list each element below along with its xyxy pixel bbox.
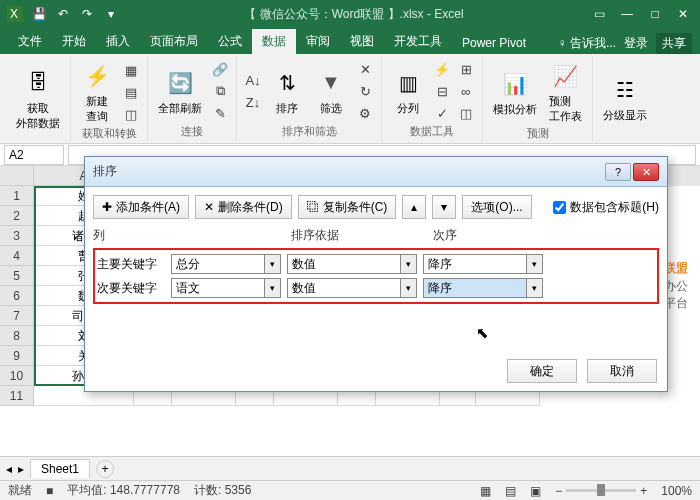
filter-button[interactable]: ▼筛选 — [311, 65, 351, 118]
status-ready: 就绪 — [8, 482, 32, 499]
advanced-filter-icon[interactable]: ⚙ — [355, 103, 375, 123]
mouse-cursor-icon: ⬉ — [476, 324, 489, 342]
row-header[interactable]: 4 — [0, 246, 34, 266]
tab-nav-next-icon[interactable]: ▸ — [18, 462, 24, 476]
show-queries-icon[interactable]: ▦ — [121, 60, 141, 80]
properties-icon[interactable]: ⧉ — [210, 81, 230, 101]
dropdown-arrow-icon: ▾ — [400, 255, 416, 273]
title-bar: X 💾 ↶ ↷ ▾ 【 微信公众号：Word联盟 】.xlsx - Excel … — [0, 0, 700, 28]
tab-layout[interactable]: 页面布局 — [140, 29, 208, 54]
move-up-button[interactable]: ▴ — [402, 195, 426, 219]
delete-level-button[interactable]: ✕删除条件(D) — [195, 195, 292, 219]
dialog-titlebar[interactable]: 排序 ? ✕ — [85, 157, 667, 187]
clear-filter-icon[interactable]: ✕ — [355, 59, 375, 79]
manage-model-icon[interactable]: ◫ — [456, 103, 476, 123]
save-icon[interactable]: 💾 — [28, 3, 50, 25]
share-button[interactable]: 共享 — [656, 33, 692, 54]
refresh-all-button[interactable]: 🔄全部刷新 — [154, 65, 206, 118]
row-header[interactable]: 11 — [0, 386, 34, 406]
text-to-columns-button[interactable]: ▥分列 — [388, 65, 428, 118]
from-table-icon[interactable]: ▤ — [121, 82, 141, 102]
reapply-icon[interactable]: ↻ — [355, 81, 375, 101]
sheet-tab[interactable]: Sheet1 — [30, 459, 90, 478]
has-headers-checkbox[interactable]: 数据包含标题(H) — [553, 199, 659, 216]
row-header[interactable]: 7 — [0, 306, 34, 326]
row-header[interactable]: 5 — [0, 266, 34, 286]
remove-dup-icon[interactable]: ⊟ — [432, 81, 452, 101]
recent-sources-icon[interactable]: ◫ — [121, 104, 141, 124]
row-header[interactable]: 10 — [0, 366, 34, 386]
whatif-button[interactable]: 📊模拟分析 — [489, 66, 541, 119]
status-record[interactable]: ■ — [46, 484, 53, 498]
status-average: 平均值: 148.7777778 — [67, 482, 180, 499]
primary-column-combo[interactable]: 总分▾ — [171, 254, 281, 274]
tab-file[interactable]: 文件 — [8, 29, 52, 54]
secondary-order-combo[interactable]: 降序▾ — [423, 278, 543, 298]
zoom-in-icon[interactable]: + — [640, 484, 647, 498]
sort-button[interactable]: ⇅排序 — [267, 65, 307, 118]
ribbon-options-icon[interactable]: ▭ — [586, 4, 612, 24]
row-header[interactable]: 9 — [0, 346, 34, 366]
forecast-button[interactable]: 📈预测 工作表 — [545, 58, 586, 126]
row-header[interactable]: 8 — [0, 326, 34, 346]
tab-review[interactable]: 审阅 — [296, 29, 340, 54]
copy-icon: ⿻ — [307, 200, 319, 214]
primary-order-combo[interactable]: 降序▾ — [423, 254, 543, 274]
primary-basis-combo[interactable]: 数值▾ — [287, 254, 417, 274]
sort-asc-icon[interactable]: A↓ — [243, 70, 263, 90]
options-button[interactable]: 选项(O)... — [462, 195, 531, 219]
tab-nav-prev-icon[interactable]: ◂ — [6, 462, 12, 476]
relationships-icon[interactable]: ∞ — [456, 81, 476, 101]
tab-data[interactable]: 数据 — [252, 29, 296, 54]
row-header[interactable]: 1 — [0, 186, 34, 206]
new-sheet-icon[interactable]: + — [96, 460, 114, 478]
add-level-button[interactable]: ✚添加条件(A) — [93, 195, 189, 219]
help-icon[interactable]: ? — [605, 163, 631, 181]
window-controls: ▭ — □ ✕ — [586, 4, 696, 24]
external-data-button[interactable]: 🗄获取 外部数据 — [12, 65, 64, 133]
maximize-icon[interactable]: □ — [642, 4, 668, 24]
row-header[interactable]: 2 — [0, 206, 34, 226]
flash-fill-icon[interactable]: ⚡ — [432, 59, 452, 79]
row-header[interactable]: 3 — [0, 226, 34, 246]
outline-button[interactable]: ☷分级显示 — [599, 72, 651, 125]
view-layout-icon[interactable]: ▤ — [505, 484, 516, 498]
copy-level-button[interactable]: ⿻复制条件(C) — [298, 195, 397, 219]
undo-icon[interactable]: ↶ — [52, 3, 74, 25]
move-down-button[interactable]: ▾ — [432, 195, 456, 219]
row-header[interactable]: 6 — [0, 286, 34, 306]
sort-levels-highlight: 主要关键字 总分▾ 数值▾ 降序▾ 次要关键字 语文▾ 数值▾ 降序▾ — [93, 248, 659, 304]
tab-formula[interactable]: 公式 — [208, 29, 252, 54]
tab-insert[interactable]: 插入 — [96, 29, 140, 54]
cancel-button[interactable]: 取消 — [587, 359, 657, 383]
view-normal-icon[interactable]: ▦ — [480, 484, 491, 498]
ok-button[interactable]: 确定 — [507, 359, 577, 383]
login-link[interactable]: 登录 — [624, 35, 648, 52]
tab-dev[interactable]: 开发工具 — [384, 29, 452, 54]
zoom-out-icon[interactable]: − — [555, 484, 562, 498]
group-data-tools: 数据工具 — [410, 124, 454, 139]
tab-view[interactable]: 视图 — [340, 29, 384, 54]
close-icon[interactable]: ✕ — [670, 4, 696, 24]
minimize-icon[interactable]: — — [614, 4, 640, 24]
zoom-slider[interactable]: − + — [555, 484, 647, 498]
x-icon: ✕ — [204, 200, 214, 214]
new-query-button[interactable]: ⚡新建 查询 — [77, 58, 117, 126]
tell-me[interactable]: ♀ 告诉我... — [558, 35, 616, 52]
data-validation-icon[interactable]: ✓ — [432, 103, 452, 123]
secondary-basis-combo[interactable]: 数值▾ — [287, 278, 417, 298]
connections-icon[interactable]: 🔗 — [210, 59, 230, 79]
consolidate-icon[interactable]: ⊞ — [456, 59, 476, 79]
dialog-close-icon[interactable]: ✕ — [633, 163, 659, 181]
select-all-corner[interactable] — [0, 166, 34, 186]
view-pagebreak-icon[interactable]: ▣ — [530, 484, 541, 498]
redo-icon[interactable]: ↷ — [76, 3, 98, 25]
zoom-level[interactable]: 100% — [661, 484, 692, 498]
edit-links-icon[interactable]: ✎ — [210, 103, 230, 123]
name-box[interactable] — [4, 145, 64, 165]
tab-home[interactable]: 开始 — [52, 29, 96, 54]
secondary-column-combo[interactable]: 语文▾ — [171, 278, 281, 298]
sort-desc-icon[interactable]: Z↓ — [243, 92, 263, 112]
qat-dropdown-icon[interactable]: ▾ — [100, 3, 122, 25]
tab-pivot[interactable]: Power Pivot — [452, 32, 536, 54]
